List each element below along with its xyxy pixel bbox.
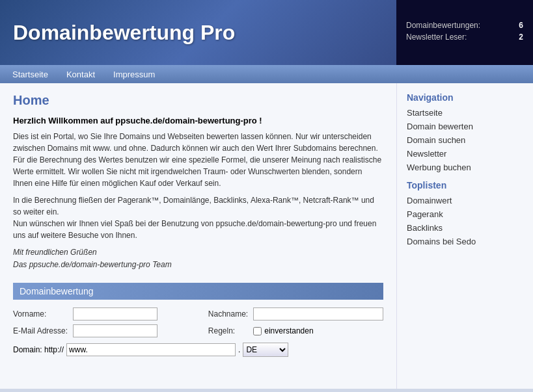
- sidebar-toplisten-title: Toplisten: [407, 180, 523, 190]
- stat-label-1: Domainbewertungen:: [406, 21, 480, 30]
- sidebar-link-werbung[interactable]: Werbung buchen: [407, 163, 523, 172]
- domain-section-header: Domainbewertung: [13, 283, 383, 300]
- site-title: Domainbewertung Pro: [13, 21, 383, 45]
- page-title: Home: [13, 93, 383, 108]
- input-nachname[interactable]: [253, 307, 383, 320]
- main-content: Home Herzlich Willkommen auf ppsuche.de/…: [0, 83, 396, 389]
- regeln-checkbox[interactable]: [253, 327, 262, 335]
- stat-value-2: 2: [519, 33, 523, 42]
- label-email: E-Mail Adresse:: [13, 326, 68, 335]
- welcome-heading: Herzlich Willkommen auf ppsuche.de/domai…: [13, 116, 383, 125]
- tld-select[interactable]: DE COM NET ORG INFO: [243, 343, 288, 357]
- nav-kontakt[interactable]: Kontakt: [57, 67, 104, 82]
- stat-row-1: Domainbewertungen: 6: [406, 21, 523, 30]
- nav-bar: Startseite Kontakt Impressum: [0, 65, 533, 83]
- sidebar-link-newsletter[interactable]: Newsletter: [407, 149, 523, 159]
- input-vorname[interactable]: [73, 307, 157, 320]
- nav-startseite[interactable]: Startseite: [3, 67, 57, 82]
- paragraph-2: In die Berechnung fließen der Pagerank™,…: [13, 194, 383, 241]
- sidebar-link-domain-bewerten[interactable]: Domain bewerten: [407, 122, 523, 131]
- header-title-area: Domainbewertung Pro: [0, 8, 396, 58]
- label-vorname: Vorname:: [13, 309, 68, 319]
- input-email[interactable]: [73, 324, 157, 337]
- sidebar-link-backlinks[interactable]: Backlinks: [407, 223, 523, 233]
- stat-value-1: 6: [519, 21, 523, 30]
- sidebar-link-pagerank[interactable]: Pagerank: [407, 209, 523, 219]
- sign-line-1: Mit freundlichen Grüßen: [13, 248, 97, 257]
- label-regeln: Regeln:: [208, 326, 235, 335]
- label-nachname: Nachname:: [208, 309, 248, 319]
- signature-block: Mit freundlichen Grüßen Das ppsuche.de/d…: [13, 246, 383, 271]
- dot-separator: .: [238, 345, 240, 354]
- page-header: Domainbewertung Pro Domainbewertungen: 6…: [0, 0, 533, 65]
- sidebar-link-startseite[interactable]: Startseite: [407, 108, 523, 118]
- sidebar-link-domain-suchen[interactable]: Domain suchen: [407, 135, 523, 145]
- domain-row: Domain: http:// . DE COM NET ORG INFO: [13, 343, 383, 357]
- sidebar-link-sedo[interactable]: Domains bei Sedo: [407, 237, 523, 246]
- regeln-label-area: Regeln:: [208, 326, 248, 335]
- domain-label: Domain: http://: [13, 345, 64, 354]
- main-layout: Home Herzlich Willkommen auf ppsuche.de/…: [0, 83, 533, 389]
- checkbox-label: einverstanden: [264, 326, 313, 335]
- sidebar-nav-title: Navigation: [407, 92, 523, 103]
- sidebar-link-domainwert[interactable]: Domainwert: [407, 196, 523, 205]
- sign-line-2: Das ppsuche.de/domain-bewertung-pro Team: [13, 260, 172, 269]
- domain-section: Domainbewertung Vorname: Nachname: E-Mai…: [13, 283, 383, 357]
- form-grid: Vorname: Nachname: E-Mail Adresse: Regel…: [13, 307, 383, 337]
- stat-label-2: Newsletter Leser:: [406, 33, 467, 42]
- domain-input[interactable]: [66, 343, 236, 356]
- paragraph-1: Dies ist ein Portal, wo Sie Ihre Domains…: [13, 131, 383, 189]
- nav-impressum[interactable]: Impressum: [104, 67, 164, 82]
- stat-row-2: Newsletter Leser: 2: [406, 33, 523, 42]
- sidebar: Navigation Startseite Domain bewerten Do…: [396, 83, 533, 389]
- header-stats-box: Domainbewertungen: 6 Newsletter Leser: 2: [396, 0, 533, 65]
- regeln-checkbox-area[interactable]: einverstanden: [253, 326, 383, 335]
